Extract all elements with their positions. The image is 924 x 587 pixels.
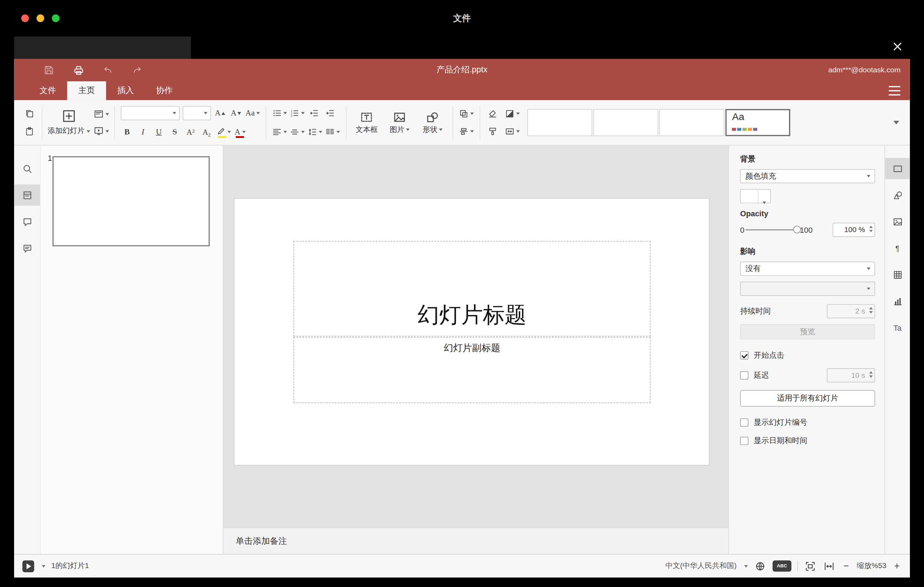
underline-button[interactable]: U (152, 125, 165, 139)
effect-type-select[interactable] (740, 282, 875, 295)
paragraph-group: 123 (270, 100, 343, 145)
gallery-expand-button[interactable] (886, 109, 904, 136)
tab-file[interactable]: 文件 (28, 81, 68, 101)
change-case-button[interactable]: Aa (246, 106, 260, 120)
copy-icon[interactable] (23, 107, 36, 121)
zoom-in-button[interactable]: + (892, 561, 901, 571)
zoom-out-button[interactable]: − (842, 561, 851, 571)
slide-title-placeholder[interactable]: 幻灯片标题 (294, 241, 650, 337)
align-objects-button[interactable] (459, 124, 474, 139)
language-selector[interactable]: 中文(中华人民共和国) (665, 561, 736, 571)
copy-style-icon[interactable] (486, 124, 499, 139)
font-size-select[interactable] (183, 106, 211, 120)
zoom-level-label: 缩放%53 (857, 561, 886, 571)
slide-size-button[interactable] (505, 124, 520, 139)
vertical-align-button[interactable] (290, 125, 305, 139)
slide-settings-icon[interactable] (885, 158, 910, 179)
tab-home[interactable]: 主页 (67, 81, 106, 101)
theme-tile[interactable] (594, 109, 658, 136)
numbering-button[interactable]: 123 (290, 106, 305, 120)
search-icon[interactable] (14, 158, 40, 179)
effect-select[interactable]: 没有 (740, 262, 875, 275)
spellcheck-icon[interactable]: ABC (773, 560, 792, 572)
redo-icon[interactable] (131, 64, 144, 76)
undo-icon[interactable] (101, 64, 114, 76)
bold-button[interactable]: B (120, 125, 134, 139)
preview-button[interactable]: 预览 (740, 324, 875, 340)
add-slide-button[interactable]: 添加幻灯片 (48, 126, 90, 136)
traffic-close-button[interactable] (21, 15, 29, 22)
opacity-max-label: 100 (800, 225, 812, 234)
italic-button[interactable]: I (137, 125, 150, 139)
slideshow-options-chevron[interactable] (42, 565, 45, 567)
tab-insert[interactable]: 插入 (106, 81, 145, 101)
paragraph-settings-icon[interactable]: ¶ (885, 237, 910, 258)
feedback-icon[interactable] (14, 237, 40, 258)
background-fill-select[interactable]: 颜色填充 (740, 169, 875, 183)
strikethrough-button[interactable]: S (168, 125, 181, 139)
print-icon[interactable] (72, 64, 85, 76)
start-on-click-checkbox[interactable] (740, 351, 749, 359)
font-name-select[interactable] (120, 106, 180, 120)
show-date-time-checkbox[interactable] (740, 437, 749, 445)
opacity-input[interactable]: 100 % (833, 223, 875, 237)
bullets-button[interactable] (272, 106, 287, 120)
traffic-minimize-button[interactable] (36, 15, 44, 22)
horizontal-align-button[interactable] (272, 125, 287, 139)
language-chevron[interactable] (744, 565, 748, 567)
clear-style-icon[interactable] (486, 107, 499, 121)
fit-slide-icon[interactable] (804, 560, 817, 572)
save-icon[interactable] (43, 64, 56, 76)
comments-icon[interactable] (14, 211, 40, 232)
insert-image-button[interactable]: 图片 (385, 110, 414, 135)
arrange-shapes-button[interactable] (459, 107, 474, 121)
table-settings-icon[interactable] (885, 264, 910, 285)
notes-area[interactable]: 单击添加备注 (223, 527, 728, 554)
show-slide-number-checkbox[interactable] (740, 419, 749, 427)
editor-canvas: 幻灯片标题 幻灯片副标题 单击添加备注 (223, 146, 728, 554)
increase-font-icon[interactable]: A (213, 106, 226, 120)
decrease-indent-icon[interactable] (308, 106, 321, 120)
font-color-button[interactable]: A (234, 125, 247, 139)
delay-input[interactable]: 10 s (827, 368, 875, 383)
slide-thumbnail[interactable] (52, 156, 210, 246)
decrease-font-icon[interactable]: A (229, 106, 243, 120)
superscript-button[interactable]: A2 (184, 125, 197, 139)
subscript-button[interactable]: A2 (200, 125, 213, 139)
close-icon[interactable] (890, 39, 906, 54)
increase-indent-icon[interactable] (324, 106, 337, 120)
insert-shape-button[interactable]: 形状 (418, 110, 447, 135)
slide-layout-button[interactable] (93, 107, 109, 121)
globe-icon[interactable] (754, 560, 767, 572)
chart-settings-icon[interactable] (885, 291, 910, 312)
duration-input[interactable]: 2 s (827, 304, 875, 318)
theme-tile[interactable] (528, 109, 592, 136)
shape-settings-icon[interactable] (885, 184, 910, 205)
add-slide-icon[interactable] (62, 109, 76, 123)
tab-collaboration[interactable]: 协作 (145, 81, 184, 101)
paste-icon[interactable] (23, 124, 36, 139)
menu-icon[interactable] (889, 86, 901, 96)
theme-tile[interactable] (660, 109, 724, 136)
columns-button[interactable] (325, 125, 340, 139)
line-spacing-button[interactable] (308, 125, 323, 139)
theme-tile-selected[interactable]: Aa (726, 109, 790, 136)
textart-settings-icon[interactable]: Ta (885, 317, 910, 338)
slides-panel-icon[interactable] (14, 184, 40, 205)
delay-checkbox[interactable] (740, 371, 749, 379)
insert-textbox-button[interactable]: 文本框 (352, 110, 381, 135)
shape-fill-button[interactable] (505, 107, 520, 121)
apply-to-all-slides-button[interactable]: 适用于所有幻灯片 (740, 390, 875, 407)
start-slideshow-icon[interactable] (23, 560, 35, 572)
highlight-color-button[interactable] (216, 125, 231, 139)
opacity-slider[interactable] (746, 226, 799, 234)
traffic-zoom-button[interactable] (52, 15, 60, 22)
insert-group: 文本框 图片 形状 (350, 110, 450, 135)
start-slideshow-button[interactable] (93, 124, 109, 138)
slide-subtitle-placeholder[interactable]: 幻灯片副标题 (294, 337, 650, 403)
fit-width-icon[interactable] (823, 560, 835, 572)
background-color-select[interactable] (740, 189, 771, 203)
right-icon-strip: ¶ Ta (885, 146, 910, 554)
slide-canvas[interactable]: 幻灯片标题 幻灯片副标题 (234, 198, 710, 465)
image-settings-icon[interactable] (885, 211, 910, 232)
